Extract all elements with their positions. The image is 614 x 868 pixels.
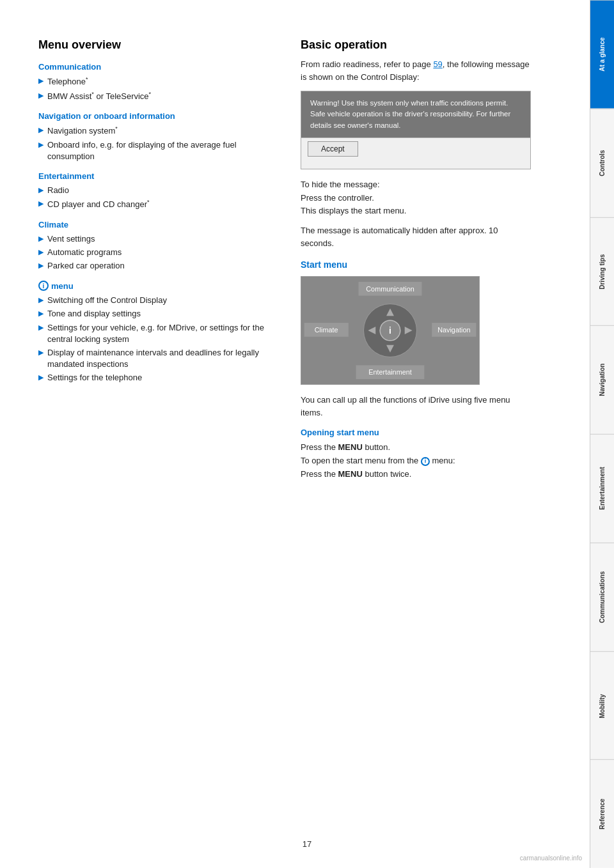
opening-line-1: Press the MENU button. <box>301 441 531 454</box>
bullet-arrow-icon: ▶ <box>38 125 43 135</box>
list-item: ▶ BMW Assist* or TeleService* <box>38 90 281 103</box>
idrive-diagram: i Communication Climate Navigation Enter… <box>301 276 480 385</box>
nav-item-1: Navigation system* <box>47 125 118 137</box>
ent-item-1: Radio <box>47 185 69 196</box>
opening-line-3: Press the MENU button twice. <box>301 468 531 481</box>
sidebar: At a glance Controls Driving tips Naviga… <box>590 0 614 868</box>
hide-line-2: Press the controller. <box>301 192 531 205</box>
climate-item-1: Vent settings <box>47 233 95 245</box>
menu-bold-1: MENU <box>338 442 363 452</box>
comm-item-1: Telephone* <box>47 75 88 88</box>
sidebar-tab-driving-tips[interactable]: Driving tips <box>590 217 614 326</box>
list-item: ▶ Telephone* <box>38 75 281 88</box>
imenu-item-5: Settings for the telephone <box>47 372 142 384</box>
warning-container: Warning! Use this system only when traff… <box>301 91 531 169</box>
i-icon-inline: i <box>421 457 430 466</box>
imenu-list: ▶ Switching off the Control Display ▶ To… <box>38 295 281 384</box>
svg-text:Entertainment: Entertainment <box>368 368 412 376</box>
left-title: Menu overview <box>38 38 281 52</box>
opening-text: Press the MENU button. To open the start… <box>301 441 531 481</box>
left-column: Menu overview Communication ▶ Telephone*… <box>38 38 281 842</box>
comm-item-2: BMW Assist* or TeleService* <box>47 90 151 103</box>
communication-list: ▶ Telephone* ▶ BMW Assist* or TeleServic… <box>38 75 281 102</box>
list-item: ▶ Settings for the telephone <box>38 372 281 384</box>
navigation-heading: Navigation or onboard information <box>38 111 281 121</box>
nav-item-2: Onboard info, e.g. for displaying of the… <box>47 139 281 162</box>
list-item: ▶ CD player and CD changer* <box>38 198 281 211</box>
navigation-list: ▶ Navigation system* ▶ Onboard info, e.g… <box>38 125 281 162</box>
bullet-arrow-icon: ▶ <box>38 247 43 257</box>
page-number: 17 <box>303 839 311 849</box>
hide-line-1: To hide the message: <box>301 178 531 192</box>
sidebar-tab-reference[interactable]: Reference <box>590 759 614 868</box>
list-item: ▶ Automatic programs <box>38 247 281 258</box>
bullet-arrow-icon: ▶ <box>38 348 43 357</box>
sidebar-tab-communications[interactable]: Communications <box>590 543 614 651</box>
climate-item-2: Automatic programs <box>47 247 122 258</box>
list-item: ▶ Settings for your vehicle, e.g. for MD… <box>38 322 281 345</box>
bullet-arrow-icon: ▶ <box>38 323 43 332</box>
i-icon: i <box>38 281 49 291</box>
imenu-item-3: Settings for your vehicle, e.g. for MDri… <box>47 322 281 345</box>
bullet-arrow-icon: ▶ <box>38 185 43 195</box>
accept-button[interactable]: Accept <box>308 141 358 157</box>
sidebar-tab-mobility[interactable]: Mobility <box>590 651 614 760</box>
start-menu-title: Start menu <box>301 260 531 270</box>
intro-text: From radio readiness, refer to page 59, … <box>301 58 531 83</box>
opening-title: Opening start menu <box>301 428 531 437</box>
imenu-item-1: Switching off the Control Display <box>47 295 167 306</box>
ent-item-2: CD player and CD changer* <box>47 198 150 211</box>
sidebar-tab-controls[interactable]: Controls <box>590 109 614 217</box>
bullet-arrow-icon: ▶ <box>38 234 43 244</box>
bullet-arrow-icon: ▶ <box>38 295 43 305</box>
warning-image: Warning! Use this system only when traff… <box>301 91 530 137</box>
list-item: ▶ Navigation system* <box>38 125 281 137</box>
sidebar-tab-entertainment[interactable]: Entertainment <box>590 434 614 543</box>
imenu-label: menu <box>51 281 74 291</box>
list-item: ▶ Radio <box>38 185 281 196</box>
sidebar-tab-at-a-glance[interactable]: At a glance <box>590 0 614 109</box>
sidebar-tab-navigation[interactable]: Navigation <box>590 325 614 434</box>
accept-area: Accept <box>301 137 530 169</box>
bullet-arrow-icon: ▶ <box>38 309 43 318</box>
entertainment-heading: Entertainment <box>38 171 281 181</box>
svg-text:i: i <box>389 325 391 336</box>
bullet-arrow-icon: ▶ <box>38 140 43 150</box>
auto-hidden-text: The message is automatically hidden afte… <box>301 224 531 249</box>
imenu-header: i menu <box>38 281 281 291</box>
menu-bold-2: MENU <box>338 469 363 479</box>
svg-text:Communication: Communication <box>366 285 414 293</box>
climate-item-3: Parked car operation <box>47 260 125 272</box>
list-item: ▶ Onboard info, e.g. for displaying of t… <box>38 139 281 162</box>
communication-heading: Communication <box>38 62 281 72</box>
climate-heading: Climate <box>38 220 281 229</box>
hide-message-block: To hide the message: Press the controlle… <box>301 178 531 218</box>
page-link[interactable]: 59 <box>433 59 442 69</box>
idrive-caption: You can call up all the functions of iDr… <box>301 394 531 419</box>
bullet-arrow-icon: ▶ <box>38 261 43 270</box>
bullet-arrow-icon: ▶ <box>38 373 43 382</box>
list-item: ▶ Parked car operation <box>38 260 281 272</box>
right-title: Basic operation <box>301 38 531 52</box>
list-item: ▶ Tone and display settings <box>38 308 281 320</box>
bullet-arrow-icon: ▶ <box>38 91 43 100</box>
right-column: Basic operation From radio readiness, re… <box>301 38 531 842</box>
svg-text:Navigation: Navigation <box>437 326 470 334</box>
opening-line-2: To open the start menu from the i menu: <box>301 454 531 468</box>
hide-line-3: This displays the start menu. <box>301 205 531 218</box>
list-item: ▶ Switching off the Control Display <box>38 295 281 306</box>
warning-text: Warning! Use this system only when traff… <box>310 99 510 129</box>
svg-text:Climate: Climate <box>315 326 338 334</box>
bullet-arrow-icon: ▶ <box>38 76 43 86</box>
bullet-arrow-icon: ▶ <box>38 199 43 208</box>
climate-list: ▶ Vent settings ▶ Automatic programs ▶ P… <box>38 233 281 272</box>
imenu-item-2: Tone and display settings <box>47 308 141 320</box>
list-item: ▶ Display of maintenance intervals and d… <box>38 347 281 370</box>
imenu-item-4: Display of maintenance intervals and dea… <box>47 347 281 370</box>
list-item: ▶ Vent settings <box>38 233 281 245</box>
entertainment-list: ▶ Radio ▶ CD player and CD changer* <box>38 185 281 211</box>
watermark: carmanualsonline.info <box>520 855 582 862</box>
